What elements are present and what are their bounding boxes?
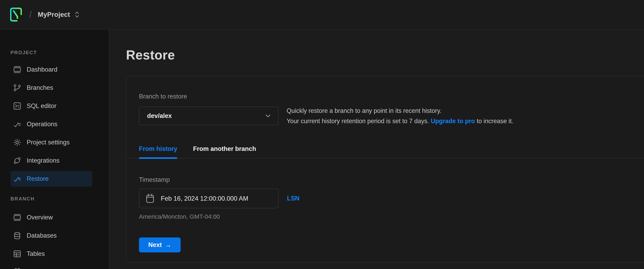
arrow-right-icon: → (165, 241, 171, 249)
sidebar-item-partial-icon (13, 266, 21, 269)
tab-from-another-branch[interactable]: From another branch (193, 145, 256, 158)
description-line2-tail: to increase it. (475, 118, 513, 124)
lsn-link[interactable]: LSN (287, 195, 300, 202)
sidebar-item-label: Integrations (27, 157, 60, 164)
sidebar-item-restore[interactable]: Restore (10, 171, 92, 187)
next-button[interactable]: Next → (139, 238, 180, 252)
gear-icon (13, 138, 22, 147)
timestamp-input[interactable]: Feb 16, 2024 12:00:00.000 AM (139, 188, 278, 208)
next-button-label: Next (148, 241, 162, 248)
timestamp-value: Feb 16, 2024 12:00:00.000 AM (161, 195, 248, 202)
sidebar-item-project-settings[interactable]: Project settings (10, 134, 92, 150)
restore-tabs: From history From another branch (139, 145, 644, 158)
restore-card: Branch to restore dev/alex Quickly resto… (126, 76, 644, 262)
integrations-icon (13, 156, 22, 165)
sidebar-item-databases[interactable]: Databases (10, 228, 92, 244)
tab-from-history[interactable]: From history (139, 145, 177, 158)
sidebar-section-project: PROJECT (10, 50, 108, 56)
branch-select-value: dev/alex (147, 112, 266, 120)
description-line2: Your current history retention period is… (286, 118, 431, 124)
branch-select-label: Branch to restore (139, 93, 644, 100)
sidebar-item-label: Restore (27, 175, 49, 182)
branch-select[interactable]: dev/alex (139, 106, 278, 125)
table-icon (13, 250, 22, 258)
terminal-icon (13, 102, 22, 110)
timestamp-label: Timestamp (139, 176, 644, 184)
sidebar-section-branch: BRANCH (10, 196, 108, 202)
dashboard-icon (13, 65, 22, 74)
sidebar-item-label: SQL editor (27, 102, 56, 110)
sidebar-item-branches[interactable]: Branches (10, 80, 92, 96)
top-bar: / MyProject (0, 0, 644, 30)
sidebar-item-dashboard[interactable]: Dashboard (10, 62, 92, 78)
sidebar-item-operations[interactable]: Operations (10, 116, 92, 132)
app-window: / MyProject PROJECT Dashboard (0, 0, 644, 269)
neon-logo-icon[interactable] (10, 8, 22, 22)
upgrade-to-pro-link[interactable]: Upgrade to pro (431, 118, 475, 124)
sidebar-item-label: Overview (27, 214, 53, 221)
timezone-note: America/Moncton, GMT-04:00 (139, 213, 644, 220)
sidebar: PROJECT Dashboard (0, 30, 109, 269)
tabs-divider (126, 158, 644, 158)
sidebar-item-label: Project settings (27, 139, 70, 146)
restore-checklist-icon (13, 174, 22, 183)
sidebar-item-tables[interactable]: Tables (10, 246, 92, 262)
sidebar-item-integrations[interactable]: Integrations (10, 153, 92, 168)
breadcrumb-slash: / (29, 9, 32, 20)
page-title: Restore (126, 47, 644, 63)
breadcrumb-project-name[interactable]: MyProject (38, 11, 70, 18)
chevron-down-icon (266, 114, 270, 118)
sidebar-item-overview[interactable]: Overview (10, 210, 92, 225)
main-content: Restore Branch to restore dev/alex Quick… (109, 30, 644, 269)
sidebar-item-label: Tables (27, 250, 45, 258)
sidebar-item-label: Branches (27, 84, 53, 92)
description-line1: Quickly restore a branch to any point in… (286, 107, 442, 114)
sidebar-item-label: Databases (27, 232, 57, 239)
sidebar-item-label: Dashboard (27, 66, 58, 73)
sidebar-item-sql-editor[interactable]: SQL editor (10, 98, 92, 114)
sidebar-item-label: Operations (27, 120, 58, 128)
database-icon (13, 232, 22, 240)
git-branch-icon (13, 84, 22, 92)
calendar-icon (146, 193, 155, 204)
restore-description: Quickly restore a branch to any point in… (286, 106, 513, 126)
checklist-icon (13, 120, 22, 128)
overview-window-icon (13, 213, 22, 222)
project-selector-chevrons-icon[interactable] (74, 11, 80, 18)
